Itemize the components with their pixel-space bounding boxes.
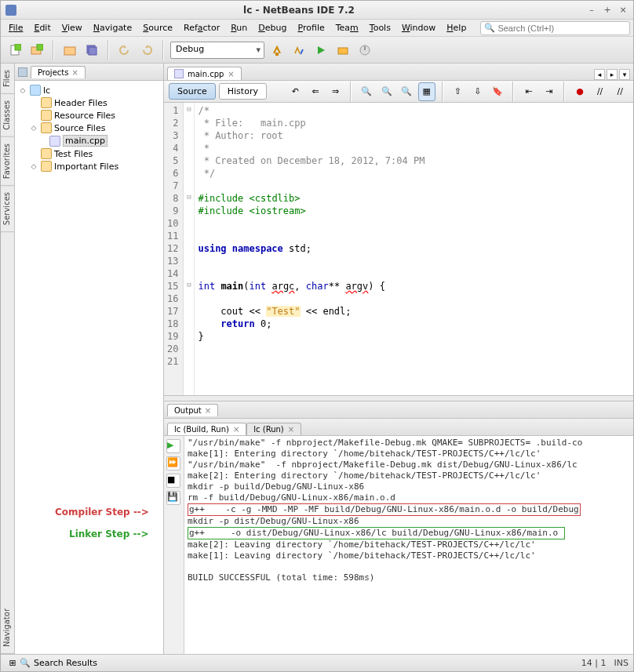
tree-folder[interactable]: Resource Files	[18, 109, 160, 122]
search-input[interactable]	[497, 24, 626, 33]
menubar: File Edit View Navigate Source Refactor …	[1, 20, 633, 37]
menu-edit[interactable]: Edit	[29, 21, 55, 35]
code-editor[interactable]: 123456789101112131415161718192021 ⊟⊟⊟ /*…	[164, 103, 633, 395]
prev-bookmark-button[interactable]: ⇧	[450, 82, 467, 101]
rerun-button[interactable]: ▶	[166, 439, 180, 453]
output-tab-run[interactable]: lc (Run) ×	[246, 423, 301, 435]
close-icon[interactable]: ×	[288, 425, 294, 434]
shift-right-button[interactable]: ⇥	[541, 82, 558, 101]
highlight-button[interactable]: ▦	[418, 82, 435, 101]
content-area: Files Classes Favorites Services Navigat…	[1, 64, 633, 654]
profile-button[interactable]	[355, 41, 374, 60]
project-tree[interactable]: ◇lc Header Files Resource Files ◇Source …	[15, 81, 163, 654]
source-view-button[interactable]: Source	[169, 83, 216, 100]
svg-rect-3	[37, 44, 43, 50]
tree-folder[interactable]: ◇Source Files	[18, 122, 160, 134]
forward-button[interactable]: ⇒	[327, 82, 344, 101]
menu-help[interactable]: Help	[442, 21, 471, 35]
splitter[interactable]	[164, 395, 633, 401]
tree-folder[interactable]: Test Files	[18, 147, 160, 160]
undo-button[interactable]	[115, 41, 134, 60]
new-project-button[interactable]	[27, 41, 46, 60]
search-icon: 🔍	[484, 23, 495, 33]
output-tab-build-run[interactable]: lc (Build, Run) ×	[167, 423, 246, 435]
projects-panel: Projects × ◇lc Header Files Resource Fil…	[15, 64, 164, 654]
close-icon[interactable]: ×	[228, 70, 234, 78]
open-project-button[interactable]	[60, 41, 79, 60]
titlebar: lc - NetBeans IDE 7.2 – + ×	[1, 1, 633, 20]
window-title: lc - NetBeans IDE 7.2	[16, 5, 581, 16]
redo-button[interactable]	[137, 41, 156, 60]
menu-window[interactable]: Window	[397, 21, 440, 35]
close-icon[interactable]: ×	[205, 406, 211, 415]
comment-button[interactable]: //	[592, 82, 609, 101]
side-tab-files[interactable]: Files	[1, 64, 14, 94]
output-text: "/usr/bin/make" -f nbproject/Makefile-De…	[184, 436, 633, 585]
save-all-button[interactable]	[82, 41, 101, 60]
tree-folder[interactable]: ◇Important Files	[18, 160, 160, 173]
editor-tabs: main.cpp × ◂ ▸ ▾	[164, 64, 633, 81]
output-panel-tab[interactable]: Output ×	[167, 404, 218, 416]
statusbar: ⊞ 🔍 Search Results 14 | 1 INS	[1, 654, 633, 671]
history-view-button[interactable]: History	[219, 83, 267, 100]
find-prev-button[interactable]: 🔍	[378, 82, 395, 101]
next-tab-button[interactable]: ▸	[607, 69, 618, 80]
maximize-icon[interactable]: +	[602, 5, 613, 16]
window: lc - NetBeans IDE 7.2 – + × File Edit Vi…	[0, 0, 634, 672]
tree-project-root[interactable]: ◇lc	[18, 84, 160, 96]
find-next-button[interactable]: 🔍	[398, 82, 415, 101]
side-tab-services[interactable]: Services	[1, 186, 14, 232]
clean-build-button[interactable]	[290, 41, 308, 60]
new-file-button[interactable]	[5, 41, 24, 60]
search-results-button[interactable]: 🔍 Search Results	[20, 658, 581, 668]
menu-file[interactable]: File	[4, 21, 27, 35]
side-tab-navigator[interactable]: Navigator	[1, 602, 14, 654]
save-output-button[interactable]: 💾	[166, 491, 180, 505]
fold-margin[interactable]: ⊟⊟⊟	[184, 103, 195, 395]
menu-refactor[interactable]: Refactor	[179, 21, 224, 35]
next-bookmark-button[interactable]: ⇩	[469, 82, 486, 101]
code-content[interactable]: /* * File: main.cpp * Author: root * * C…	[195, 103, 428, 395]
menu-tools[interactable]: Tools	[365, 21, 395, 35]
menu-team[interactable]: Team	[331, 21, 363, 35]
config-combo[interactable]: Debug	[170, 42, 264, 59]
menu-run[interactable]: Run	[226, 21, 252, 35]
menu-view[interactable]: View	[57, 21, 87, 35]
output-scroll[interactable]: "/usr/bin/make" -f nbproject/Makefile-De…	[184, 436, 633, 654]
close-icon[interactable]: ×	[71, 68, 78, 77]
debug-button[interactable]	[333, 41, 352, 60]
toggle-bookmark-button[interactable]: 🔖	[490, 82, 507, 101]
tasks-icon[interactable]: ⊞	[5, 656, 20, 670]
svg-rect-4	[64, 47, 75, 55]
uncomment-button[interactable]: //	[611, 82, 629, 101]
file-tab-main[interactable]: main.cpp ×	[167, 67, 242, 80]
tree-file-main[interactable]: main.cpp	[18, 134, 160, 147]
stop-button[interactable]: ■	[166, 474, 180, 488]
menu-profile[interactable]: Profile	[293, 21, 330, 35]
find-selection-button[interactable]: 🔍	[358, 82, 375, 101]
annotation-linker: Linker Step -->	[69, 529, 149, 539]
close-icon[interactable]: ×	[618, 5, 629, 16]
projects-tab[interactable]: Projects ×	[31, 66, 86, 78]
rerun-all-button[interactable]: ⏩	[166, 456, 180, 470]
run-button[interactable]	[312, 41, 330, 60]
quick-search[interactable]: 🔍	[480, 21, 630, 35]
app-icon	[5, 5, 16, 16]
prev-tab-button[interactable]: ◂	[594, 69, 605, 80]
menu-debug[interactable]: Debug	[253, 21, 291, 35]
back-button[interactable]: ⇐	[307, 82, 324, 101]
side-tab-classes[interactable]: Classes	[1, 94, 14, 137]
close-icon[interactable]: ×	[233, 425, 239, 434]
tree-folder[interactable]: Header Files	[18, 96, 160, 109]
tabs-dropdown-button[interactable]: ▾	[619, 69, 630, 80]
last-edit-button[interactable]: ↶	[287, 82, 304, 101]
side-tab-favorites[interactable]: Favorites	[1, 137, 14, 186]
cpp-file-icon	[174, 69, 184, 78]
minimize-icon[interactable]: –	[586, 5, 597, 16]
macro-record-button[interactable]: ●	[571, 82, 588, 101]
build-button[interactable]	[268, 41, 286, 60]
editor-area: main.cpp × ◂ ▸ ▾ Source History ↶ ⇐ ⇒ 🔍 …	[164, 64, 633, 654]
menu-navigate[interactable]: Navigate	[89, 21, 137, 35]
shift-left-button[interactable]: ⇤	[520, 82, 537, 101]
menu-source[interactable]: Source	[138, 21, 177, 35]
